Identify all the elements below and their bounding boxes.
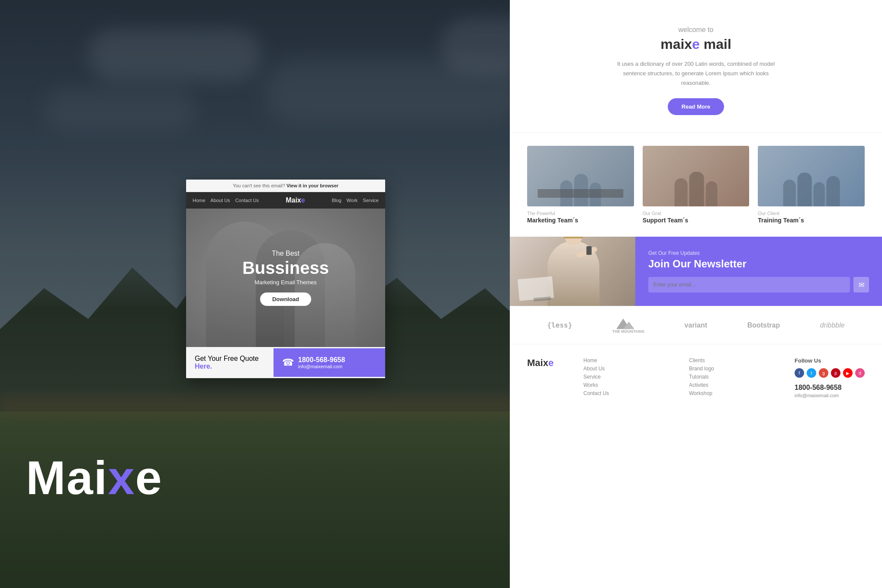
nav-links-right: Blog Work Service: [332, 198, 379, 203]
photo-overlay-2: [643, 146, 750, 206]
twitter-icon[interactable]: t: [807, 368, 816, 378]
get-updates-text: Get Our Free Updates: [648, 250, 869, 256]
footer-email-address: info@maixemail.com: [795, 393, 865, 398]
phone-section: ☎ 1800-568-9658 info@maixemail.com: [274, 348, 385, 377]
email-footer-strip: Get Your Free Quote Here. ☎ 1800-568-965…: [186, 347, 385, 378]
footer-link-contact[interactable]: Contact Us: [583, 390, 676, 396]
team-card-support: Our Grat Support Team´s: [643, 146, 750, 224]
facebook-icon[interactable]: f: [795, 368, 804, 378]
nav-logo-x: e: [301, 196, 305, 204]
mountains-text: THE MOUNTAINS: [612, 329, 644, 334]
nav-work[interactable]: Work: [347, 198, 357, 203]
hero-bussiness: Bussiness: [242, 259, 329, 276]
partner-dribbble: dribbble: [820, 321, 845, 329]
partners-section: {less} THE MOUNTAINS variant Bootstrap d…: [510, 306, 882, 344]
maixe-mail-rest: mail: [700, 36, 731, 52]
topbar-link[interactable]: View it in your browser: [286, 183, 338, 188]
pinterest-icon[interactable]: p: [831, 368, 840, 378]
team-photo-1: [527, 146, 634, 206]
phone-icon: ☎: [282, 357, 294, 368]
team-img-marketing: [527, 146, 634, 206]
email-nav: Home About Us Contact Us Maixe Blog Work…: [186, 192, 385, 209]
footer-brand: Maixe: [527, 357, 570, 398]
footer-col-2: Clients Brand logo Tutorials Activites W…: [689, 357, 782, 398]
email-hero: The Best Bussiness Marketing Email Theme…: [186, 209, 385, 347]
nav-logo-text: Maix: [286, 196, 301, 204]
newsletter-submit-button[interactable]: ✉: [853, 277, 869, 292]
maixe-mail-title: maixe mail: [527, 36, 865, 52]
footer-grid: Maixe Home About Us Service Works Contac…: [527, 357, 865, 398]
dribbble-social-icon[interactable]: d: [855, 368, 865, 378]
team-section: The Powerful Marketing Team´s Our Grat S…: [510, 133, 882, 237]
team-card-marketing: The Powerful Marketing Team´s: [527, 146, 634, 224]
nav-service[interactable]: Service: [363, 198, 379, 203]
maixe-mail-x: e: [692, 36, 700, 52]
partner-less: {less}: [547, 321, 572, 329]
table-surface-1: [538, 189, 623, 198]
googleplus-icon[interactable]: g: [819, 368, 828, 378]
footer-link-workshop[interactable]: Workshop: [689, 390, 782, 396]
phone-number: 1800-568-9658: [298, 356, 345, 364]
welcome-description: It uses a dictionary of over 200 Latin w…: [614, 59, 778, 88]
download-button[interactable]: Download: [260, 292, 311, 306]
dribbble-text: dribbble: [820, 321, 845, 329]
quote-text: Get Your Free Quote Here.: [195, 355, 274, 370]
team-title-2: Support Team´s: [643, 217, 750, 224]
maixe-mail-text: maix: [660, 36, 692, 52]
footer-link-brand[interactable]: Brand logo: [689, 366, 782, 372]
join-newsletter-title: Join Our Newsletter: [648, 258, 869, 270]
follow-title: Follow Us: [795, 357, 865, 364]
team-title-3: Training Team´s: [758, 217, 865, 224]
partner-variant: variant: [685, 321, 707, 329]
footer-brand-text: Maix: [527, 357, 548, 368]
phone-device: [586, 246, 592, 255]
footer-link-tutorials[interactable]: Tutorials: [689, 374, 782, 380]
right-panel: welcome to maixe mail It uses a dictiona…: [510, 0, 882, 588]
email-input-row: ✉: [648, 277, 869, 292]
newsletter-photo: [510, 237, 635, 306]
nav-home[interactable]: Home: [193, 198, 205, 203]
nav-logo: Maixe: [286, 196, 305, 204]
team-card-training: Our Client Training Team´s: [758, 146, 865, 224]
hero-the-best: The Best: [242, 250, 329, 257]
footer-link-activites[interactable]: Activites: [689, 382, 782, 388]
woman-silhouette: [547, 241, 599, 306]
nav-about-us[interactable]: About Us: [210, 198, 230, 203]
read-more-button[interactable]: Read More: [668, 98, 724, 115]
footer-col-1: Home About Us Service Works Contact Us: [583, 357, 676, 398]
youtube-icon[interactable]: ▶: [843, 368, 853, 378]
footer-link-service[interactable]: Service: [583, 374, 676, 380]
footer-link-home[interactable]: Home: [583, 357, 676, 363]
partner-mountains: THE MOUNTAINS: [612, 317, 644, 334]
nav-links-left: Home About Us Contact Us: [193, 198, 259, 203]
footer-brand-x: e: [548, 357, 554, 368]
team-photo-3: [758, 146, 865, 206]
photo-overlay-3: [758, 146, 865, 206]
hero-subtitle: Marketing Email Themes: [242, 279, 329, 286]
team-img-training: [758, 146, 865, 206]
team-title-1: Marketing Team´s: [527, 217, 634, 224]
footer-phone-number: 1800-568-9658: [795, 384, 865, 392]
newsletter-email-input[interactable]: [648, 277, 850, 292]
team-sub-2: Our Grat: [643, 211, 750, 216]
contact-email: info@maixemail.com: [298, 364, 345, 369]
welcome-section: welcome to maixe mail It uses a dictiona…: [510, 0, 882, 133]
nav-blog[interactable]: Blog: [332, 198, 341, 203]
footer-link-works[interactable]: Works: [583, 382, 676, 388]
mountains-icon: [612, 317, 634, 330]
footer-brand-name: Maixe: [527, 357, 570, 369]
brand-title-main: Maixe: [26, 454, 163, 501]
footer-link-about[interactable]: About Us: [583, 366, 676, 372]
team-img-support: [643, 146, 750, 206]
newsletter-content: Get Our Free Updates Join Our Newsletter…: [635, 237, 882, 306]
social-icons-row: f t g p ▶ d: [795, 368, 865, 378]
nav-contact-us[interactable]: Contact Us: [235, 198, 259, 203]
footer-link-clients[interactable]: Clients: [689, 357, 782, 363]
quote-here: Here.: [195, 363, 212, 370]
welcome-to-text: welcome to: [527, 26, 865, 34]
footer-follow-section: Follow Us f t g p ▶ d 1800-568-9658 info…: [795, 357, 865, 398]
brand-x-accent: x: [108, 451, 135, 504]
quote-get: Get Your Free Quote: [195, 355, 259, 362]
hero-text: The Best Bussiness Marketing Email Theme…: [242, 250, 329, 306]
phone-info: 1800-568-9658 info@maixemail.com: [298, 356, 345, 369]
